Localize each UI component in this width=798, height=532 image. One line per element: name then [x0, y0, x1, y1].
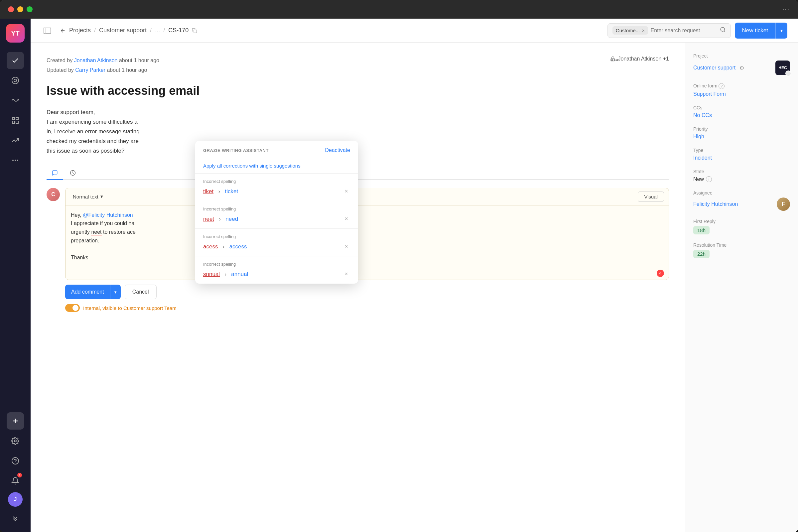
grazie-popup: GRAZIE WRITING ASSISTANT Deactivate Appl…: [195, 141, 358, 284]
copy-icon[interactable]: [192, 28, 197, 33]
project-logo-text: HEC: [778, 65, 787, 70]
spelling-correction-1: neet › need ×: [203, 215, 350, 223]
spelling-dismiss-1[interactable]: ×: [342, 215, 350, 223]
spelling-dismiss-0[interactable]: ×: [342, 187, 350, 195]
spelling-item-3: Incorrect spelling snnual › annual ×: [195, 256, 358, 284]
spelling-dismiss-3[interactable]: ×: [342, 270, 350, 278]
project-value[interactable]: Customer support: [693, 65, 736, 71]
state-value[interactable]: New i: [693, 176, 712, 182]
add-comment-button[interactable]: Add comment ▾: [65, 285, 121, 299]
sidebar-section-first-reply: First Reply 18h: [693, 219, 790, 234]
state-info-icon[interactable]: i: [706, 176, 712, 182]
editor-content-thanks: Thanks: [71, 255, 88, 260]
priority-value[interactable]: High: [693, 134, 790, 140]
topbar: Projects / Customer support / ... / CS-1…: [31, 19, 798, 42]
project-settings-icon[interactable]: ⚙: [740, 65, 744, 71]
svg-rect-17: [194, 30, 197, 33]
internal-toggle-switch[interactable]: [65, 304, 80, 312]
sidebar-section-resolution: Resolution Time 22h: [693, 242, 790, 258]
sidebar-item-wave[interactable]: [7, 92, 24, 109]
sidebar-item-settings[interactable]: [7, 432, 24, 450]
search-chip[interactable]: Custome... ×: [612, 26, 648, 35]
spelling-label-2: Incorrect spelling: [203, 234, 350, 239]
assignee-value[interactable]: Felicity Hutchinson: [693, 201, 738, 207]
visual-mode-button[interactable]: Visual: [638, 191, 664, 202]
spelling-dismiss-2[interactable]: ×: [342, 242, 350, 251]
new-ticket-dropdown-icon[interactable]: ▾: [776, 23, 787, 39]
editor-mention[interactable]: @Felicity Hutchinson: [83, 212, 133, 218]
cancel-button[interactable]: Cancel: [125, 285, 157, 299]
priority-label: Priority: [693, 126, 790, 132]
main-area: Projects / Customer support / ... / CS-1…: [31, 19, 798, 532]
comments-tab-icon: [52, 170, 58, 176]
tab-history[interactable]: [64, 167, 81, 180]
sidebar-item-collapse[interactable]: [7, 509, 24, 527]
online-form-info-icon[interactable]: ?: [719, 83, 724, 89]
titlebar: ⋯: [0, 0, 798, 19]
sidebar-item-grid[interactable]: [7, 112, 24, 129]
search-input[interactable]: [651, 27, 717, 34]
spelling-label-1: Incorrect spelling: [203, 207, 350, 211]
more-options-button[interactable]: •••: [611, 56, 619, 64]
editor-content[interactable]: Hey, @Felicity Hutchinson I appreciate i…: [65, 206, 669, 267]
breadcrumb-projects[interactable]: Projects: [69, 27, 91, 34]
right-sidebar: Project Customer support ⚙ HEC: [685, 42, 798, 532]
svg-point-18: [721, 27, 724, 31]
app-window: ⋯ YT: [0, 0, 798, 532]
type-value[interactable]: Incident: [693, 155, 790, 161]
lock-user: Jonathan Atkinson +1: [618, 56, 669, 62]
spelling-label-3: Incorrect spelling: [203, 262, 350, 267]
grazie-deactivate-button[interactable]: Deactivate: [325, 147, 350, 153]
editor-toolbar: Normal text ▾ Visual: [65, 188, 669, 206]
tab-comments[interactable]: [46, 167, 63, 180]
internal-toggle-label: Internal, visible to Customer support Te…: [83, 305, 176, 311]
user-avatar[interactable]: J: [8, 492, 23, 507]
svg-rect-2: [12, 117, 15, 120]
search-icon[interactable]: [720, 26, 726, 34]
sidebar-item-check[interactable]: [7, 52, 24, 69]
ccs-label: CCs: [693, 105, 790, 110]
sidebar-section-state: State New i: [693, 169, 790, 182]
maximize-dot[interactable]: [26, 6, 33, 12]
breadcrumb-sep3: /: [163, 27, 165, 34]
spelling-to-0: ticket: [225, 188, 238, 194]
ticket-updated-by[interactable]: Carry Parker: [75, 67, 106, 73]
sidebar-section-priority: Priority High: [693, 126, 790, 140]
toggle-knob: [73, 305, 78, 311]
close-dot[interactable]: [8, 6, 14, 12]
sidebar-item-add[interactable]: [7, 412, 24, 430]
back-icon[interactable]: [60, 27, 66, 34]
spelling-item-0: Incorrect spelling tiket › ticket ×: [195, 174, 358, 201]
grazie-apply-all-button[interactable]: Apply all corrections with single sugges…: [195, 158, 358, 174]
spelling-item-1: Incorrect spelling neet › need ×: [195, 201, 358, 229]
sidebar-item-target[interactable]: [7, 72, 24, 89]
breadcrumb-sep1: /: [94, 27, 96, 34]
svg-rect-3: [16, 117, 18, 120]
sidebar-item-notifications[interactable]: 1: [7, 472, 24, 490]
sidebar-item-more[interactable]: [7, 152, 24, 169]
online-form-value[interactable]: Support Form: [693, 91, 790, 97]
first-reply-value: 18h: [693, 226, 709, 234]
svg-line-19: [724, 31, 725, 32]
add-comment-dropdown-icon[interactable]: ▾: [110, 285, 121, 299]
ticket-title: Issue with accessing email: [46, 83, 669, 99]
sidebar-item-help[interactable]: [7, 452, 24, 470]
ticket-created-by[interactable]: Jonathan Atkinson: [74, 58, 118, 63]
search-chip-close[interactable]: ×: [642, 28, 644, 33]
project-row: Customer support ⚙ HEC: [693, 60, 790, 75]
sidebar-toggle-button[interactable]: [41, 25, 53, 37]
text-format-select[interactable]: Normal text ▾: [70, 192, 106, 201]
resolution-label: Resolution Time: [693, 242, 790, 248]
minimize-dot[interactable]: [17, 6, 23, 12]
app-logo[interactable]: YT: [6, 24, 25, 42]
ticket-meta: Created by Jonathan Atkinson about 1 hou…: [46, 56, 669, 75]
spelling-to-2: access: [229, 243, 247, 250]
sidebar-item-chart[interactable]: [7, 132, 24, 149]
ccs-value[interactable]: No CCs: [693, 112, 790, 118]
sidebar-icons: YT: [0, 19, 31, 532]
app-body: YT: [0, 19, 798, 532]
project-logo-badge: [785, 71, 791, 76]
breadcrumb-project[interactable]: Customer support: [99, 27, 147, 34]
new-ticket-button[interactable]: New ticket ▾: [735, 23, 787, 39]
char-count-badge: 4: [657, 270, 664, 277]
